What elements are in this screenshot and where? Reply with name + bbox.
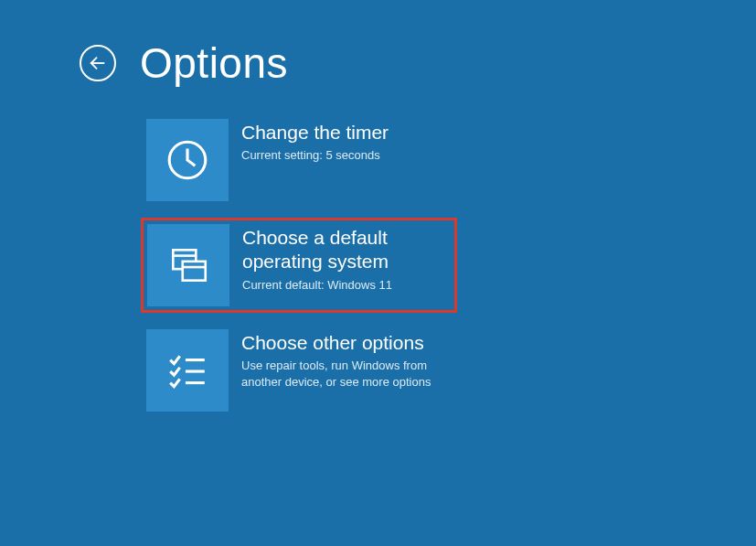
arrow-left-icon xyxy=(88,53,108,73)
option-choose-default-os[interactable]: Choose a default operating system Curren… xyxy=(141,218,457,313)
svg-rect-4 xyxy=(183,262,206,281)
option-title: Choose a default operating system xyxy=(242,226,451,274)
clock-icon xyxy=(146,119,229,201)
option-subtitle: Current default: Windows 11 xyxy=(242,277,451,294)
option-subtitle: Use repair tools, run Windows from anoth… xyxy=(241,358,452,390)
option-text: Choose a default operating system Curren… xyxy=(242,224,451,293)
option-change-timer[interactable]: Change the timer Current setting: 5 seco… xyxy=(141,113,457,207)
page-title: Options xyxy=(140,38,288,88)
option-choose-other[interactable]: Choose other options Use repair tools, r… xyxy=(141,324,457,417)
option-title: Choose other options xyxy=(241,331,452,355)
option-text: Change the timer Current setting: 5 seco… xyxy=(241,119,452,164)
option-subtitle: Current setting: 5 seconds xyxy=(241,147,452,164)
checklist-icon xyxy=(146,329,229,412)
option-text: Choose other options Use repair tools, r… xyxy=(241,329,452,390)
header: Options xyxy=(0,0,756,88)
options-list: Change the timer Current setting: 5 seco… xyxy=(0,88,756,417)
back-button[interactable] xyxy=(80,45,116,81)
option-title: Change the timer xyxy=(241,121,452,145)
windows-icon xyxy=(147,224,229,306)
